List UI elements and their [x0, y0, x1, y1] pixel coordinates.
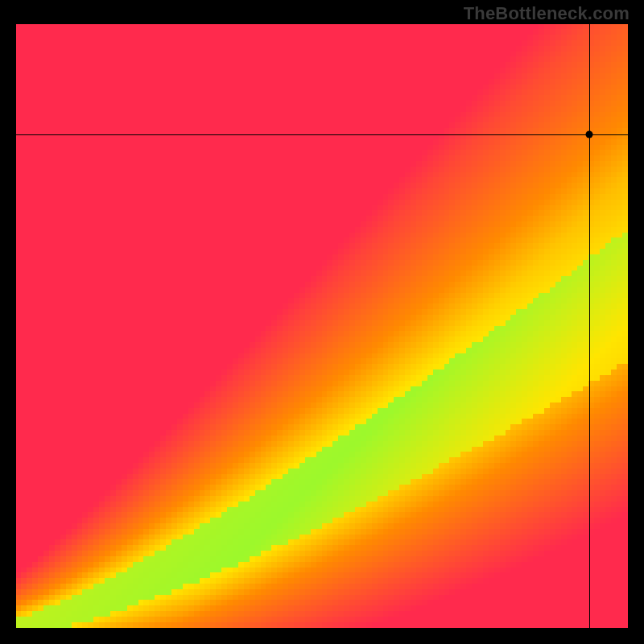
watermark-text: TheBottleneck.com	[464, 3, 630, 24]
heatmap-plot	[16, 24, 628, 628]
chart-container: TheBottleneck.com	[0, 0, 644, 644]
heatmap-canvas	[16, 24, 628, 628]
